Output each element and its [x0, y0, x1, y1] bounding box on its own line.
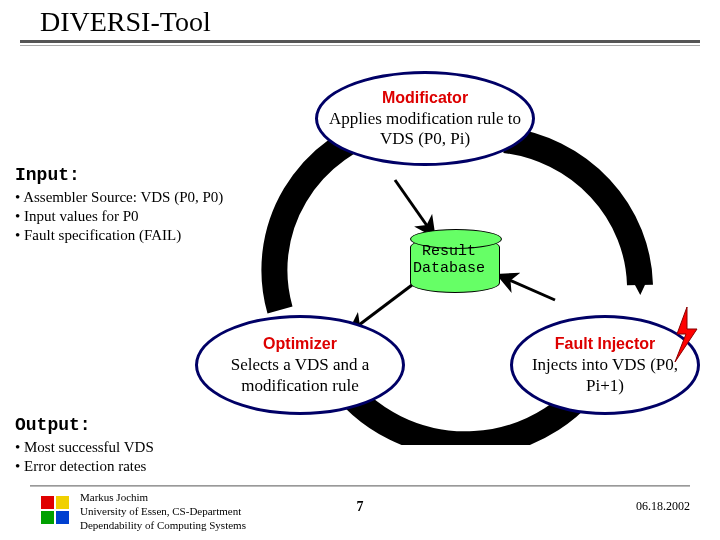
footer: Markus Jochim University of Essen, CS-De…	[0, 485, 720, 540]
input-item: Assembler Source: VDS (P0, P0)	[15, 188, 223, 207]
slide-date: 06.18.2002	[636, 499, 690, 514]
affiliation: University of Essen, CS-Department	[80, 505, 246, 519]
lightning-icon	[671, 307, 701, 362]
diagram-area: Input: Assembler Source: VDS (P0, P0) In…	[15, 55, 705, 455]
title-underline	[20, 45, 700, 46]
affiliation-block: Markus Jochim University of Essen, CS-De…	[80, 491, 246, 532]
optimizer-title: Optimizer	[206, 334, 394, 353]
optimizer-node: Optimizer Selects a VDS and a modificati…	[195, 315, 405, 415]
input-bullets: Assembler Source: VDS (P0, P0) Input val…	[15, 188, 223, 244]
fault-injector-text: Injects into VDS (P0, Pi+1)	[521, 355, 689, 396]
footer-divider	[30, 485, 690, 487]
output-item: Most successful VDS	[15, 438, 154, 457]
input-item: Input values for P0	[15, 207, 223, 226]
result-database-label: Result Database	[413, 243, 485, 278]
modificator-text: Applies modification rule to VDS (P0, Pi…	[326, 109, 524, 150]
svg-rect-3	[56, 511, 69, 524]
page-number: 7	[357, 499, 364, 515]
author-name: Markus Jochim	[80, 491, 246, 505]
output-item: Error detection rates	[15, 457, 154, 476]
page-title: DIVERSI-Tool	[20, 0, 700, 43]
group-name: Dependability of Computing Systems	[80, 519, 246, 533]
logo-icon	[38, 493, 72, 527]
modificator-node: Modificator Applies modification rule to…	[315, 71, 535, 166]
svg-rect-1	[56, 496, 69, 509]
svg-rect-0	[41, 496, 54, 509]
output-label: Output:	[15, 415, 91, 435]
modificator-title: Modificator	[326, 88, 524, 107]
fault-injector-title: Fault Injector	[521, 334, 689, 353]
output-bullets: Most successful VDS Error detection rate…	[15, 438, 154, 476]
svg-rect-2	[41, 511, 54, 524]
optimizer-text: Selects a VDS and a modification rule	[206, 355, 394, 396]
cycle-diagram: Result Database Modificator Applies modi…	[205, 65, 705, 445]
input-item: Fault specification (FAIL)	[15, 226, 223, 245]
input-label: Input:	[15, 165, 80, 185]
